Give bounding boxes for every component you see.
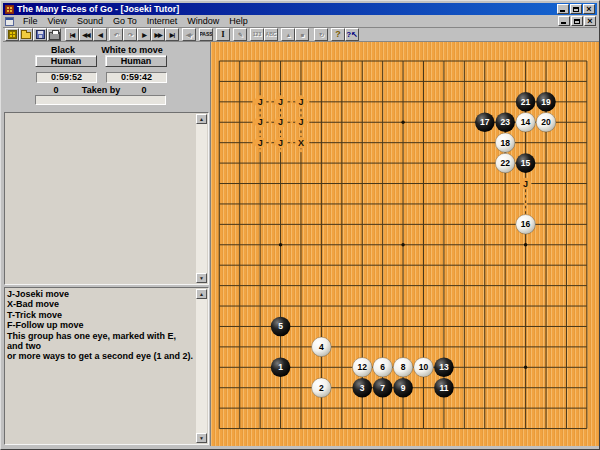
restore-button[interactable] (570, 4, 582, 14)
scroll-down-icon[interactable]: ▼ (196, 433, 207, 443)
child-close-button[interactable]: × (584, 16, 596, 26)
menu-window[interactable]: Window (182, 16, 224, 26)
go-board-svg: 1234567891011121314151617181920212223JJJ… (211, 42, 599, 446)
commentary-line: X-Bad move (7, 299, 194, 309)
app-icon (5, 5, 14, 14)
commentary-line: J-Joseki move (7, 289, 194, 299)
info-icon: I (221, 30, 225, 39)
help-icon: ? (335, 30, 341, 39)
prev-variation-button[interactable]: ↶ (109, 28, 123, 41)
svg-text:9: 9 (401, 383, 406, 393)
commentary-line: This group has one eye, marked with E, a… (7, 331, 194, 352)
stone-23-black: 23 (495, 112, 515, 132)
minimize-icon (561, 22, 566, 24)
square-mark-button[interactable]: ■ (295, 28, 309, 41)
commentary-scrollbar[interactable]: ▲ ▼ (196, 289, 207, 443)
commentary-text: J-Joseki moveX-Bad moveT-Trick moveF-Fol… (7, 289, 194, 362)
menu-help[interactable]: Help (224, 16, 253, 26)
forward-button[interactable]: ▶ (137, 28, 151, 41)
pass-button[interactable]: PASS (199, 28, 213, 41)
stone-22-white: 22 (495, 153, 515, 173)
menu-sound[interactable]: Sound (72, 16, 108, 26)
menu-internet[interactable]: Internet (142, 16, 183, 26)
go-first-button[interactable]: |◀ (65, 28, 79, 41)
svg-text:13: 13 (439, 362, 449, 372)
curve-back-icon: ↶ (114, 32, 118, 38)
rotate-button[interactable]: ↻ (314, 28, 328, 41)
curve-forward-icon: ↷ (128, 32, 132, 38)
svg-text:10: 10 (419, 362, 429, 372)
letters-icon: ABC (266, 32, 277, 37)
menu-file[interactable]: File (18, 16, 43, 26)
client-area: Black White to move Human Human 0:59:52 … (3, 41, 599, 445)
scroll-up-icon[interactable]: ▲ (196, 114, 207, 124)
save-icon (36, 30, 45, 39)
svg-text:14: 14 (521, 117, 531, 127)
letters-button[interactable]: ABC (264, 28, 278, 41)
triangle-mark-button[interactable]: ▲ (281, 28, 295, 41)
stone-10-white: 10 (414, 358, 434, 378)
scroll-up-icon[interactable]: ▲ (196, 289, 207, 299)
last-move-icon: ▶| (170, 32, 174, 38)
edit-button[interactable]: ✎ (233, 28, 247, 41)
info-button[interactable]: I (216, 28, 230, 41)
minimize-button[interactable] (557, 4, 569, 14)
context-help-icon: ?↖ (346, 31, 358, 39)
go-last-button[interactable]: ▶| (165, 28, 179, 41)
game-info-panel: Black White to move Human Human 0:59:52 … (3, 42, 211, 446)
context-help-button[interactable]: ?↖ (345, 28, 359, 41)
menu-view[interactable]: View (43, 16, 72, 26)
commentary-line: T-Trick move (7, 310, 194, 320)
stone-14-white: 14 (516, 112, 536, 132)
new-board-button[interactable] (5, 28, 19, 41)
open-button[interactable] (19, 28, 33, 41)
black-player-button[interactable]: Human (35, 55, 97, 67)
child-restore-button[interactable] (571, 16, 583, 26)
next-variation-button[interactable]: ↷ (123, 28, 137, 41)
stone-2-white: 2 (312, 378, 332, 398)
white-to-move-label: White to move (91, 45, 173, 55)
title-bar: The Many Faces of Go - [Joseki Tutor] × (3, 3, 597, 15)
svg-text:12: 12 (358, 362, 368, 372)
commentary-box: J-Joseki moveX-Bad moveT-Trick moveF-Fol… (4, 287, 209, 445)
go-board-icon (8, 30, 17, 39)
commentary-line: or more ways to get a second eye (1 and … (7, 351, 194, 361)
back-button[interactable]: ◀ (93, 28, 107, 41)
folder-icon (21, 32, 31, 39)
close-icon: × (584, 4, 594, 14)
stone-18-white: 18 (495, 133, 515, 153)
stone-21-black: 21 (516, 92, 536, 112)
child-minimize-button[interactable] (558, 16, 570, 26)
svg-text:15: 15 (521, 158, 531, 168)
first-move-icon: |◀ (70, 32, 74, 38)
move-list-scrollbar[interactable]: ▲ ▼ (196, 114, 207, 283)
menu-go-to[interactable]: Go To (108, 16, 142, 26)
svg-text:4: 4 (319, 342, 324, 352)
svg-text:8: 8 (401, 362, 406, 372)
board-label-J: J (258, 138, 263, 148)
mute-button[interactable]: ◀× (182, 28, 196, 41)
stone-11-black: 11 (434, 378, 454, 398)
svg-text:23: 23 (500, 117, 510, 127)
stone-4-white: 4 (312, 337, 332, 357)
stone-3-black: 3 (352, 378, 372, 398)
white-player-button[interactable]: Human (105, 55, 167, 67)
pencil-icon: ✎ (238, 32, 242, 38)
fast-forward-button[interactable]: ▶▶ (151, 28, 165, 41)
help-button[interactable]: ? (331, 28, 345, 41)
board-label-J: J (523, 179, 528, 189)
stone-16-white: 16 (516, 215, 536, 235)
stone-7-black: 7 (373, 378, 393, 398)
numbers-button[interactable]: 123 (250, 28, 264, 41)
save-button[interactable] (33, 28, 47, 41)
restore-icon (574, 19, 580, 24)
fast-back-button[interactable]: ◀◀ (79, 28, 93, 41)
print-button[interactable] (47, 28, 61, 41)
close-button[interactable]: × (583, 4, 595, 14)
black-captures: 0 (41, 85, 71, 95)
go-board[interactable]: 1234567891011121314151617181920212223JJJ… (211, 42, 599, 446)
commentary-line: F-Follow up move (7, 320, 194, 330)
svg-text:5: 5 (278, 321, 283, 331)
scroll-down-icon[interactable]: ▼ (196, 273, 207, 283)
toolbar: |◀◀◀◀↶↷▶▶▶▶|◀×PASSI✎123ABC▲■↻??↖ (3, 29, 597, 41)
